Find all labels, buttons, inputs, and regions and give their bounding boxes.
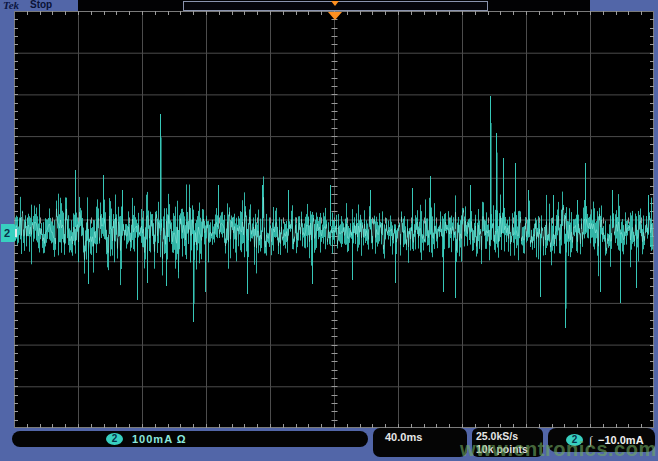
watermark: www.cntronics.com: [460, 438, 657, 461]
tek-logo: Tek: [3, 0, 19, 11]
waveform-canvas: [14, 11, 654, 428]
channel-scale-readout: 100mA Ω: [132, 431, 187, 447]
channel-2-level-dash-icon: [15, 229, 17, 237]
graticule: [14, 11, 654, 428]
oscilloscope-screen: Tek Stop 2 2 100mA Ω 40.0ms 25.0kS/s 10k…: [0, 0, 658, 461]
channel-readout-bar: 2 100mA Ω: [12, 431, 368, 447]
channel-2-badge: 2: [106, 433, 123, 445]
horizontal-scale-value: 40.0ms: [385, 431, 422, 443]
record-trigger-position-icon: [331, 1, 339, 6]
acquisition-status: Stop: [30, 0, 52, 10]
horizontal-scale-readout: 40.0ms: [373, 428, 467, 457]
trigger-position-icon: [328, 12, 342, 20]
